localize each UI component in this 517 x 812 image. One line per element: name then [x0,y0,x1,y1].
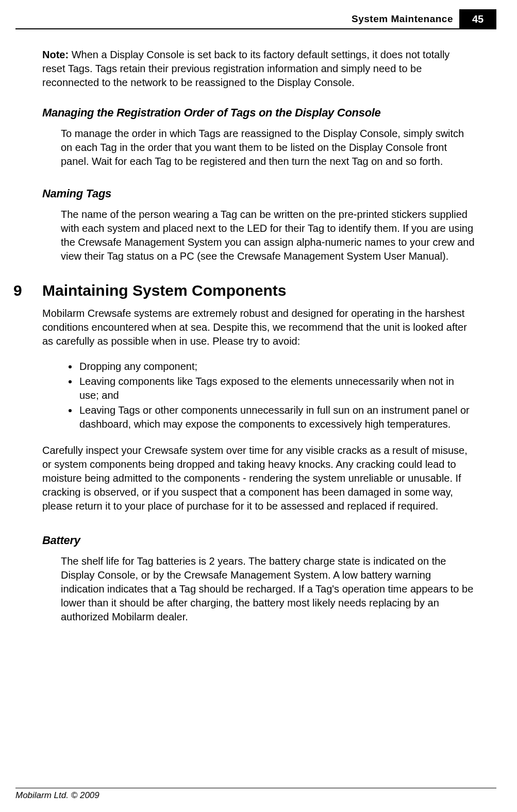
battery-block: The shelf life for Tag batteries is 2 ye… [42,554,475,624]
subheading-managing: Managing the Registration Order of Tags … [42,106,475,120]
section-9-row: 9 Maintaining System Components [13,282,475,299]
page-number: 45 [459,9,496,28]
note-paragraph: Note: When a Display Console is set back… [42,48,475,90]
page-header: System Maintenance 45 [15,9,496,29]
naming-block: The name of the person wearing a Tag can… [42,208,475,263]
list-item: Leaving Tags or other components unneces… [78,403,475,431]
battery-body: The shelf life for Tag batteries is 2 ye… [61,554,475,624]
managing-body: To manage the order in which Tags are re… [61,127,475,168]
note-text: When a Display Console is set back to it… [42,49,449,88]
list-item: Leaving components like Tags exposed to … [78,375,475,402]
section-title: Maintaining System Components [42,282,286,299]
section9-after: Carefully inspect your Crewsafe system o… [42,444,475,513]
note-label: Note: [42,49,69,60]
subheading-battery: Battery [42,534,475,547]
page-footer: Mobilarm Ltd. © 2009 [15,788,496,801]
managing-block: To manage the order in which Tags are re… [42,127,475,168]
header-title: System Maintenance [352,9,459,28]
section-number: 9 [13,282,42,299]
page-content: Note: When a Display Console is set back… [0,29,517,624]
list-item: Dropping any component; [78,360,475,374]
naming-body: The name of the person wearing a Tag can… [61,208,475,263]
section9-intro: Mobilarm Crewsafe systems are extremely … [42,307,475,348]
avoid-list: Dropping any component; Leaving componen… [42,360,475,431]
subheading-naming: Naming Tags [42,187,475,200]
